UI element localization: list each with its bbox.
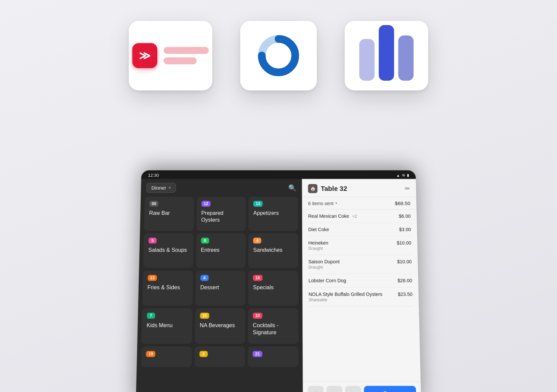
save-button[interactable]: Save bbox=[364, 386, 416, 392]
bar-2 bbox=[379, 25, 394, 81]
badge-partial-2: 2 bbox=[199, 351, 208, 357]
battery-icon: ▮ bbox=[407, 173, 409, 177]
doordash-bar-1 bbox=[164, 47, 209, 54]
order-items-list: Real Mexican Coke ×2 $6.00 Diet Coke $3.… bbox=[302, 210, 421, 382]
badge-prepared-oysters: 12 bbox=[201, 201, 211, 207]
label-dessert: Dessert bbox=[200, 284, 241, 291]
badge-kids-menu: 7 bbox=[147, 313, 155, 319]
item-name-6: NOLA Style Buffalo Grilled Oysters bbox=[308, 291, 382, 297]
label-appetizers: Appetizers bbox=[253, 210, 293, 217]
label-na-beverages: NA Beverages bbox=[200, 322, 241, 329]
menu-item-fries-sides[interactable]: 13 Fries & Sides bbox=[142, 271, 193, 306]
floating-icons-row bbox=[129, 21, 428, 90]
menu-item-partial-3[interactable]: 21 bbox=[248, 346, 299, 367]
menu-item-partial-1[interactable]: 19 bbox=[141, 346, 192, 367]
signal-icon: ▲ bbox=[396, 173, 400, 177]
search-button[interactable]: 🔍 bbox=[288, 184, 297, 192]
item-sub-6: Shareable bbox=[308, 298, 382, 302]
menu-header: Dinner ▾ 🔍 bbox=[145, 183, 298, 193]
label-specials: Specials bbox=[253, 284, 293, 291]
dinner-label: Dinner bbox=[151, 185, 166, 191]
order-item-1: Real Mexican Coke ×2 $6.00 bbox=[308, 210, 411, 223]
badge-specials: 16 bbox=[253, 275, 262, 281]
label-prepared-oysters: Prepared Oysters bbox=[201, 210, 241, 224]
menu-item-cocktails-signature[interactable]: 10 Cocktails - Signature bbox=[248, 308, 298, 344]
order-item-6: NOLA Style Buffalo Grilled Oysters Share… bbox=[308, 288, 413, 307]
item-price-2: $3.00 bbox=[399, 227, 411, 232]
badge-partial-1: 19 bbox=[146, 351, 156, 357]
sent-label[interactable]: 6 items sent ▾ bbox=[308, 201, 338, 206]
menu-grid-bottom: 19 2 21 bbox=[141, 346, 299, 367]
order-panel: 🏠 Table 32 ✏ 6 items sent ▾ $68.50 bbox=[302, 179, 421, 392]
item-price-4: $10.00 bbox=[397, 259, 412, 264]
bar-1 bbox=[359, 39, 375, 81]
badge-appetizers: 13 bbox=[253, 201, 262, 207]
order-item-2: Diet Coke $3.00 bbox=[308, 223, 411, 237]
badge-partial-3: 21 bbox=[253, 351, 262, 357]
barchart-app-icon[interactable] bbox=[345, 21, 428, 90]
label-entrees: Entrees bbox=[201, 247, 241, 254]
edit-icon[interactable]: ✏ bbox=[405, 185, 410, 192]
dinner-selector[interactable]: Dinner ▾ bbox=[146, 183, 176, 193]
menu-item-kids-menu[interactable]: 7 Kids Menu bbox=[141, 308, 193, 344]
sent-chevron-icon: ▾ bbox=[336, 201, 338, 205]
more-options-button[interactable]: ⋮ bbox=[308, 386, 324, 392]
order-item-5: Lobster Corn Dog $26.00 bbox=[308, 274, 412, 288]
order-header-left: 🏠 Table 32 bbox=[308, 184, 347, 193]
doordash-bar-2 bbox=[164, 57, 197, 64]
badge-dessert: 4 bbox=[200, 275, 209, 281]
menu-item-na-beverages[interactable]: 23 NA Beverages bbox=[195, 308, 245, 344]
item-name-2: Diet Coke bbox=[308, 227, 395, 232]
menu-item-salads-soups[interactable]: 5 Salads & Soups bbox=[143, 233, 194, 268]
tablet-screen: 12:30 ▲ ⊛ ▮ Dinner ▾ 🔍 bbox=[136, 170, 421, 392]
sent-label-text: 6 items sent bbox=[308, 201, 334, 206]
order-sent-row: 6 items sent ▾ $68.50 bbox=[302, 197, 417, 209]
menu-item-partial-2[interactable]: 2 bbox=[194, 346, 245, 367]
item-name-3: Heineken bbox=[308, 240, 329, 246]
badge-fries-sides: 13 bbox=[148, 275, 157, 281]
status-time: 12:30 bbox=[148, 173, 159, 178]
badge-na-beverages: 23 bbox=[200, 313, 209, 319]
status-bar: 12:30 ▲ ⊛ ▮ bbox=[141, 170, 416, 179]
badge-raw-bar: 00 bbox=[149, 201, 159, 207]
menu-item-appetizers[interactable]: 13 Appetizers bbox=[249, 197, 298, 231]
menu-item-specials[interactable]: 16 Specials bbox=[248, 271, 298, 306]
receipt-button[interactable]: ⊞ bbox=[327, 386, 343, 392]
label-fries-sides: Fries & Sides bbox=[147, 284, 188, 291]
menu-item-entrees[interactable]: 8 Entrees bbox=[196, 233, 246, 268]
table-icon: 🏠 bbox=[308, 184, 317, 193]
item-sub-4: Draught bbox=[308, 265, 340, 270]
item-sub-3: Draught bbox=[308, 246, 329, 251]
menu-item-sandwiches[interactable]: 4 Sandwiches bbox=[248, 233, 298, 268]
item-name-5: Lobster Corn Dog bbox=[308, 278, 393, 283]
label-salads-soups: Salads & Soups bbox=[148, 247, 189, 254]
menu-item-dessert[interactable]: 4 Dessert bbox=[195, 271, 246, 306]
order-footer: ⋮ ⊞ ⊟ Save bbox=[303, 381, 421, 392]
order-item-4: Saison Dupont Draught $10.00 bbox=[308, 255, 412, 274]
badge-entrees: 8 bbox=[201, 238, 209, 243]
doordash-app-icon[interactable] bbox=[129, 21, 212, 90]
menu-item-raw-bar[interactable]: 00 Raw Bar bbox=[144, 197, 194, 231]
item-name-1: Real Mexican Coke ×2 bbox=[308, 214, 395, 219]
chevron-down-icon: ▾ bbox=[169, 186, 171, 190]
menu-grid: 00 Raw Bar 12 Prepared Oysters 13 Appeti… bbox=[141, 197, 298, 344]
item-price-5: $26.00 bbox=[398, 278, 412, 283]
label-sandwiches: Sandwiches bbox=[253, 247, 293, 254]
tablet-content: Dinner ▾ 🔍 00 Raw Bar 12 Prepared Oyster… bbox=[136, 179, 421, 392]
badge-cocktails-signature: 10 bbox=[253, 313, 262, 319]
item-price-6: $23.50 bbox=[398, 291, 412, 297]
item-price-3: $10.00 bbox=[397, 240, 411, 246]
label-raw-bar: Raw Bar bbox=[149, 210, 189, 217]
payment-button[interactable]: ⊟ bbox=[345, 386, 361, 392]
wifi-icon: ⊛ bbox=[402, 173, 405, 177]
analytics-app-icon[interactable] bbox=[240, 21, 317, 90]
menu-panel: Dinner ▾ 🔍 00 Raw Bar 12 Prepared Oyster… bbox=[136, 179, 303, 392]
label-cocktails-signature: Cocktails - Signature bbox=[253, 322, 293, 336]
badge-salads-soups: 5 bbox=[148, 238, 157, 243]
order-item-3: Heineken Draught $10.00 bbox=[308, 236, 412, 255]
sent-total: $68.50 bbox=[395, 201, 410, 206]
table-label: Table bbox=[321, 185, 338, 192]
bar-3 bbox=[398, 35, 414, 81]
item-count-1: ×2 bbox=[352, 214, 357, 219]
menu-item-prepared-oysters[interactable]: 12 Prepared Oysters bbox=[196, 197, 246, 231]
